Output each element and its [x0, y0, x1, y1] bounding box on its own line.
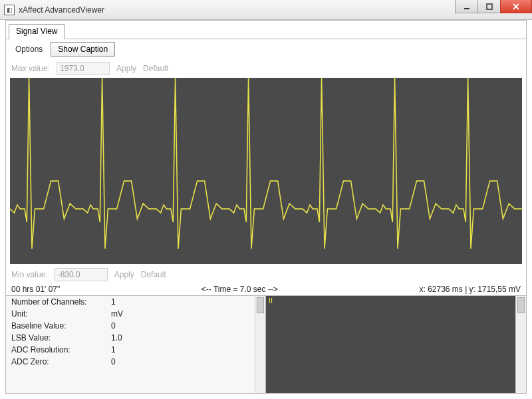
signal-trace-svg [10, 78, 522, 264]
window-titlebar: ◧ xAffect AdvancedViewer [0, 0, 532, 20]
info-label: ADC Resolution: [11, 345, 111, 354]
info-label: Unit: [11, 309, 111, 319]
maximize-button[interactable] [477, 0, 500, 13]
min-value-input[interactable] [55, 268, 108, 281]
show-caption-button[interactable]: Show Caption [51, 42, 115, 57]
info-row: Unit:mV [6, 308, 265, 320]
info-value: 0 [111, 357, 116, 366]
info-table: Number of Channels:1Unit:mVBaseline Valu… [6, 296, 265, 393]
info-value: 1 [111, 345, 116, 354]
min-default-link[interactable]: Default [141, 270, 166, 279]
options-menu[interactable]: Options [10, 43, 48, 56]
info-row: Number of Channels:1 [6, 296, 265, 308]
info-scrollbar[interactable] [255, 296, 265, 393]
info-panel: Number of Channels:1Unit:mVBaseline Valu… [6, 296, 266, 393]
status-time-elapsed: 00 hrs 01' 07" [11, 285, 60, 294]
tab-signal-view[interactable]: Signal View [9, 24, 65, 39]
maximize-icon [486, 3, 493, 10]
info-row: ADC Zero:0 [6, 356, 265, 368]
close-button[interactable] [500, 0, 532, 13]
info-label: Baseline Value: [11, 321, 111, 331]
app-icon: ◧ [4, 5, 15, 15]
info-row: ADC Resolution:1 [6, 344, 265, 356]
max-value-input[interactable] [57, 62, 110, 75]
minimize-button[interactable] [455, 0, 477, 13]
signal-viewport[interactable] [10, 78, 522, 264]
info-label: LSB Value: [11, 333, 111, 342]
max-apply-link[interactable]: Apply [116, 64, 136, 73]
scroll-thumb[interactable] [257, 297, 264, 313]
info-value: 1.0 [111, 333, 122, 342]
status-time-window: <-- Time = 7.0 sec --> [60, 285, 419, 294]
info-label: Number of Channels: [11, 297, 111, 307]
info-value: 1 [111, 297, 116, 307]
status-cursor-coords: x: 62736 ms | y: 1715,55 mV [419, 285, 521, 294]
tab-bar: Signal View [6, 21, 526, 39]
window-title: xAffect AdvancedViewer [19, 5, 104, 15]
toolbar: Options Show Caption [6, 39, 526, 59]
status-bar: 00 hrs 01' 07" <-- Time = 7.0 sec --> x:… [6, 284, 526, 295]
info-row: Baseline Value:0 [6, 320, 265, 332]
bottom-panels: Number of Channels:1Unit:mVBaseline Valu… [6, 295, 526, 393]
max-value-row: Max value: Apply Default [6, 59, 526, 78]
channel-panel[interactable]: II [266, 296, 526, 393]
channel-label: II [269, 297, 273, 305]
minimize-icon [464, 3, 470, 10]
min-apply-link[interactable]: Apply [114, 270, 134, 279]
client-area: Signal View Options Show Caption Max val… [5, 20, 527, 394]
scroll-thumb[interactable] [517, 297, 525, 313]
close-icon [513, 3, 519, 10]
info-value: 0 [111, 321, 116, 331]
min-value-label: Min value: [11, 270, 48, 279]
max-value-label: Max value: [11, 64, 50, 73]
info-label: ADC Zero: [11, 357, 111, 366]
channel-scrollbar[interactable] [515, 296, 526, 393]
window-buttons [455, 0, 532, 13]
svg-rect-1 [487, 4, 492, 9]
min-value-row: Min value: Apply Default [6, 265, 526, 284]
max-default-link[interactable]: Default [143, 64, 168, 73]
info-value: mV [111, 309, 123, 319]
info-row: LSB Value:1.0 [6, 332, 265, 344]
